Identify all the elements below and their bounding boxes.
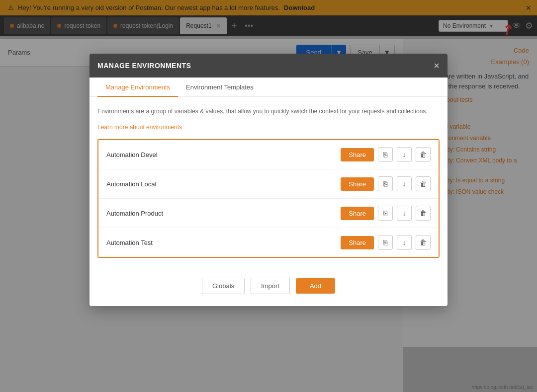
delete-button-local[interactable]: 🗑 (416, 176, 431, 191)
modal-close-button[interactable]: × (434, 61, 440, 71)
modal-title: MANAGE ENVIRONMENTS (97, 62, 191, 70)
download-button-product[interactable]: ↓ (397, 206, 412, 221)
modal-description: Environments are a group of variables & … (97, 107, 440, 116)
modal-header: MANAGE ENVIRONMENTS × (90, 54, 448, 78)
share-button-product[interactable]: Share (341, 207, 374, 220)
env-item-test: Automation Test Share ⎘ ↓ 🗑 (98, 228, 439, 257)
env-actions-devel: Share ⎘ ↓ 🗑 (341, 147, 431, 162)
env-item-product: Automation Product Share ⎘ ↓ 🗑 (98, 199, 439, 228)
env-item-local: Automation Local Share ⎘ ↓ 🗑 (98, 169, 439, 199)
duplicate-button-local[interactable]: ⎘ (378, 176, 393, 191)
env-actions-local: Share ⎘ ↓ 🗑 (341, 176, 431, 191)
delete-button-product[interactable]: 🗑 (416, 206, 431, 221)
delete-button-test[interactable]: 🗑 (416, 235, 431, 250)
modal-body: Environments are a group of variables & … (90, 97, 448, 268)
env-name-local: Automation Local (106, 180, 156, 188)
duplicate-button-product[interactable]: ⎘ (378, 206, 393, 221)
env-item-devel: Automation Devel Share ⎘ ↓ 🗑 (98, 140, 439, 169)
delete-button-devel[interactable]: 🗑 (416, 147, 431, 162)
modal-footer: Globals Import Add (90, 268, 448, 306)
env-name-test: Automation Test (106, 239, 153, 246)
env-name-product: Automation Product (106, 210, 163, 217)
environment-list: Automation Devel Share ⎘ ↓ 🗑 Automation … (97, 139, 440, 258)
globals-button[interactable]: Globals (202, 278, 245, 294)
download-button-devel[interactable]: ↓ (397, 147, 412, 162)
tab-manage-environments[interactable]: Manage Environments (97, 78, 178, 97)
add-button[interactable]: Add (296, 278, 335, 294)
download-button-test[interactable]: ↓ (397, 235, 412, 250)
duplicate-button-test[interactable]: ⎘ (378, 235, 393, 250)
manage-environments-modal: MANAGE ENVIRONMENTS × Manage Environment… (90, 54, 448, 306)
duplicate-button-devel[interactable]: ⎘ (378, 147, 393, 162)
env-actions-product: Share ⎘ ↓ 🗑 (341, 206, 431, 221)
env-actions-test: Share ⎘ ↓ 🗑 (341, 235, 431, 250)
env-name-devel: Automation Devel (106, 151, 158, 158)
share-button-test[interactable]: Share (341, 236, 374, 249)
tab-env-templates-label: Environment Templates (186, 83, 254, 91)
share-button-devel[interactable]: Share (341, 148, 374, 161)
share-button-local[interactable]: Share (341, 177, 374, 191)
download-button-local[interactable]: ↓ (397, 176, 412, 191)
learn-more-environments-link[interactable]: Learn more about environments (97, 124, 182, 131)
import-button[interactable]: Import (251, 278, 290, 294)
tab-environment-templates[interactable]: Environment Templates (178, 78, 262, 97)
modal-tabs: Manage Environments Environment Template… (90, 78, 448, 97)
tab-manage-env-label: Manage Environments (105, 83, 170, 91)
